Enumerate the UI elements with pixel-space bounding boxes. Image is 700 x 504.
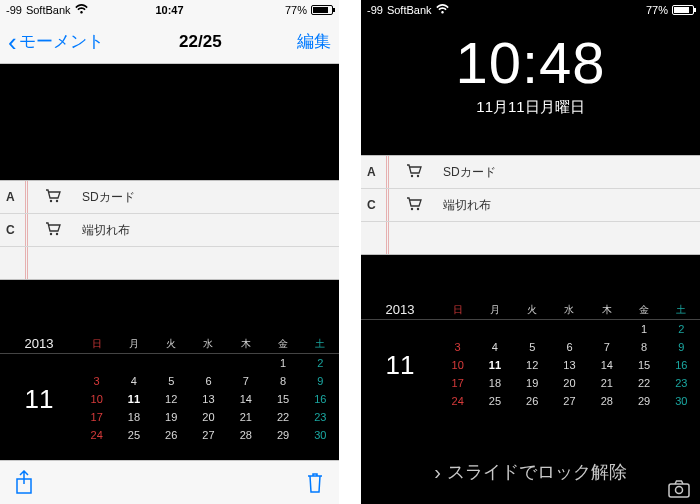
priority-label: A: [6, 190, 15, 204]
list-item: A SDカード: [0, 181, 339, 214]
calendar-day-headers: 日月火水木金土: [439, 303, 700, 317]
item-label: 端切れ布: [82, 222, 130, 239]
shopping-list: A SDカード C 端切れ布: [361, 155, 700, 255]
svg-point-3: [56, 232, 58, 234]
back-label: モーメント: [19, 30, 104, 53]
svg-point-10: [676, 487, 683, 494]
bottom-toolbar: [0, 460, 339, 504]
back-button[interactable]: ‹ モーメント: [8, 30, 104, 53]
priority-label: C: [367, 198, 376, 212]
calendar-grid: 1234567891011121314151617181920212223242…: [439, 320, 700, 410]
camera-grabber[interactable]: [668, 480, 690, 498]
shopping-list: A SDカード C 端切れ布: [0, 180, 339, 280]
cart-icon: [406, 197, 422, 214]
calendar-widget: 2013 日月火水木金土 11 123456789101112131415161…: [0, 334, 339, 444]
nav-bar: ‹ モーメント 22/25 編集: [0, 20, 339, 64]
battery-icon: [311, 5, 333, 15]
calendar-year: 2013: [0, 336, 78, 351]
list-item: [361, 222, 700, 255]
trash-button[interactable]: [305, 471, 325, 495]
battery-percent: 77%: [285, 4, 307, 16]
nav-title: 22/25: [179, 32, 222, 52]
photos-app-screen: -99 SoftBank 10:47 77% ‹ モーメント 22/25 編集 …: [0, 0, 339, 504]
item-label: 端切れ布: [443, 197, 491, 214]
carrier-label: SoftBank: [26, 4, 71, 16]
list-item: C 端切れ布: [361, 189, 700, 222]
battery-icon: [672, 5, 694, 15]
signal-strength: -99: [6, 4, 22, 16]
svg-point-0: [50, 199, 52, 201]
list-item: [0, 247, 339, 280]
cart-icon: [45, 189, 61, 206]
lock-screen: -99 SoftBank 77% 10:48 11月11日月曜日 A SDカード…: [361, 0, 700, 504]
svg-point-7: [411, 207, 413, 209]
signal-strength: -99: [367, 4, 383, 16]
chevron-right-icon: ›: [434, 461, 441, 484]
calendar-month: 11: [361, 320, 439, 410]
status-bar: -99 SoftBank 77%: [361, 0, 700, 20]
cart-icon: [406, 164, 422, 181]
lock-time: 10:48: [361, 34, 700, 92]
carrier-label: SoftBank: [387, 4, 432, 16]
svg-point-2: [50, 232, 52, 234]
battery-percent: 77%: [646, 4, 668, 16]
slide-to-unlock[interactable]: › スライドでロック解除: [361, 460, 700, 484]
list-item: A SDカード: [361, 156, 700, 189]
share-button[interactable]: [14, 470, 34, 496]
svg-point-6: [417, 174, 419, 176]
calendar-widget: 2013 日月火水木金土 11 123456789101112131415161…: [361, 300, 700, 410]
calendar-month: 11: [0, 354, 78, 444]
svg-point-8: [417, 207, 419, 209]
calendar-year: 2013: [361, 302, 439, 317]
status-time: 10:47: [155, 4, 183, 16]
lock-date: 11月11日月曜日: [361, 98, 700, 117]
slide-label: スライドでロック解除: [447, 460, 627, 484]
svg-point-1: [56, 199, 58, 201]
calendar-grid: 1234567891011121314151617181920212223242…: [78, 354, 339, 444]
wifi-icon: [75, 4, 88, 16]
list-item: C 端切れ布: [0, 214, 339, 247]
priority-label: C: [6, 223, 15, 237]
cart-icon: [45, 222, 61, 239]
item-label: SDカード: [443, 164, 496, 181]
svg-point-5: [411, 174, 413, 176]
status-bar: -99 SoftBank 10:47 77%: [0, 0, 339, 20]
item-label: SDカード: [82, 189, 135, 206]
calendar-day-headers: 日月火水木金土: [78, 337, 339, 351]
photo-viewer[interactable]: A SDカード C 端切れ布 2013 日月火水木金土: [0, 64, 339, 460]
edit-button[interactable]: 編集: [297, 30, 331, 53]
wifi-icon: [436, 4, 449, 16]
priority-label: A: [367, 165, 376, 179]
